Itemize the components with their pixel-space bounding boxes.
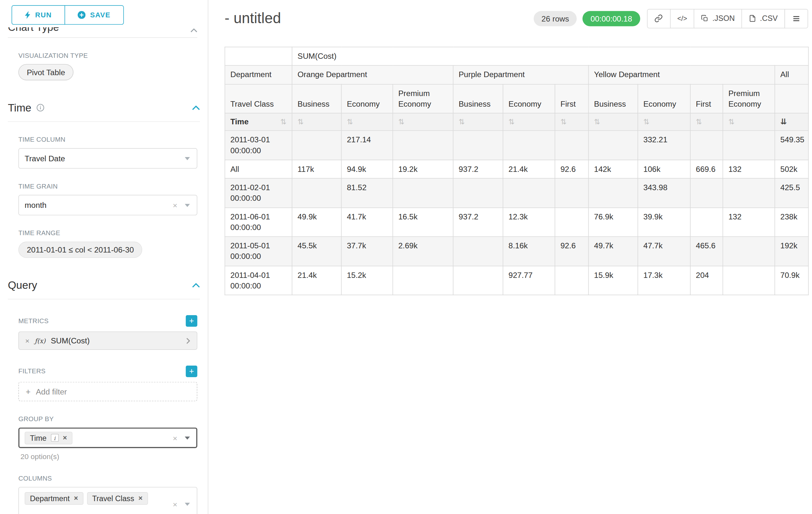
chevron-up-icon[interactable] xyxy=(192,283,200,288)
travel-class-header: Economy xyxy=(342,84,393,113)
export-json-label: .JSON xyxy=(712,14,735,23)
sort-toggle-icon[interactable]: ⇅ xyxy=(281,117,287,127)
tag-label: Department xyxy=(30,494,70,503)
pivot-cell: 81.52 xyxy=(342,178,393,208)
pivot-cell xyxy=(723,237,775,266)
clear-icon[interactable]: × xyxy=(173,433,177,442)
bolt-icon xyxy=(25,11,30,19)
travel-class-header: Business xyxy=(453,84,503,113)
share-link-button[interactable] xyxy=(647,9,670,28)
pivot-cell: 937.2 xyxy=(453,160,503,178)
time-grain-select[interactable]: month × xyxy=(18,195,197,216)
pivot-cell xyxy=(555,178,589,208)
time-column-label: TIME COLUMN xyxy=(18,136,197,143)
add-filter-button[interactable]: + Add filter xyxy=(18,382,197,401)
columns-select[interactable]: Department × Travel Class × × xyxy=(18,487,197,514)
metric-item[interactable]: × ƒ(x) SUM(Cost) xyxy=(18,331,197,350)
travel-class-header: First xyxy=(555,84,589,113)
pivot-cell: 15.2k xyxy=(342,266,393,295)
sort-toggle-icon[interactable]: ⇅ xyxy=(509,117,515,126)
chart-title[interactable]: - untitled xyxy=(225,10,281,27)
metric-name: SUM(Cost) xyxy=(51,336,90,345)
caret-down-icon[interactable] xyxy=(185,503,190,506)
pivot-cell: 16.5k xyxy=(393,208,453,237)
pivot-cell xyxy=(393,131,453,160)
export-csv-label: .CSV xyxy=(760,14,778,23)
chevron-right-icon[interactable] xyxy=(186,337,190,344)
pivot-cell xyxy=(503,178,555,208)
pivot-cell: 92.6 xyxy=(555,237,589,266)
sort-toggle-icon[interactable]: ⇅ xyxy=(560,117,567,126)
sort-toggle-icon[interactable]: ⇅ xyxy=(347,117,353,126)
run-button[interactable]: RUN xyxy=(11,5,65,24)
time-section-header[interactable]: Time xyxy=(8,102,200,122)
metrics-label: METRICS xyxy=(18,317,49,325)
info-icon[interactable] xyxy=(36,104,44,112)
caret-down-icon[interactable] xyxy=(185,157,190,160)
visualization-type-label: VISUALIZATION TYPE xyxy=(18,52,197,59)
pivot-cell: 39.9k xyxy=(638,208,690,237)
export-csv-button[interactable]: .CSV xyxy=(742,9,785,28)
sort-toggle-icon[interactable]: ⇅ xyxy=(696,117,702,126)
remove-tag-icon[interactable]: × xyxy=(138,495,143,502)
travel-class-header: Premium Economy xyxy=(723,84,775,113)
query-section-header[interactable]: Query xyxy=(8,279,200,299)
query-timer-badge: 00:00:00.18 xyxy=(583,11,640,26)
sort-descending-icon[interactable]: ⇊ xyxy=(780,117,787,127)
chevron-up-icon[interactable] xyxy=(192,105,200,110)
caret-down-icon[interactable] xyxy=(185,436,190,439)
pivot-cell xyxy=(589,178,638,208)
sort-toggle-icon[interactable]: ⇅ xyxy=(459,117,465,126)
time-column-select[interactable]: Travel Date xyxy=(18,148,197,169)
time-axis-label: Time xyxy=(230,117,249,127)
sort-toggle-icon[interactable]: ⇅ xyxy=(728,117,734,126)
pivot-cell: 49.7k xyxy=(589,237,638,266)
view-query-button[interactable]: </> xyxy=(670,9,695,28)
visualization-type-value[interactable]: Pivot Table xyxy=(18,64,74,80)
group-by-select[interactable]: Time i × × xyxy=(18,428,197,448)
add-filter-plus-button[interactable]: + xyxy=(186,366,197,377)
remove-tag-icon[interactable]: × xyxy=(74,495,78,502)
time-axis-cell: Time ⇅ xyxy=(225,113,292,130)
clear-icon[interactable]: × xyxy=(173,201,177,210)
pivot-cell: 17.3k xyxy=(638,266,690,295)
chevron-up-icon xyxy=(191,27,197,33)
time-range-value[interactable]: 2011-01-01 ≤ col < 2011-06-30 xyxy=(18,242,142,258)
metric-header: SUM(Cost) xyxy=(292,47,809,65)
column-group-header: Purple Department xyxy=(453,65,589,84)
table-row: 2011-03-01 00:00:00217.14332.21549.35 xyxy=(225,131,809,160)
remove-tag-icon[interactable]: × xyxy=(63,434,67,441)
info-icon[interactable]: i xyxy=(51,434,59,442)
remove-metric-icon[interactable]: × xyxy=(25,336,29,345)
pivot-cell xyxy=(555,131,589,160)
clear-icon[interactable]: × xyxy=(173,499,177,509)
export-json-button[interactable]: .JSON xyxy=(694,9,742,28)
time-section-title: Time xyxy=(8,102,31,114)
more-options-button[interactable] xyxy=(784,9,808,28)
table-row: 2011-02-01 00:00:0081.52343.98425.5 xyxy=(225,178,809,208)
pivot-cell: 92.6 xyxy=(555,160,589,178)
pivot-cell xyxy=(555,208,589,237)
divider xyxy=(8,37,197,38)
table-row: All117k94.9k19.2k937.221.4k92.6142k106k6… xyxy=(225,160,809,178)
chart-type-section-header[interactable]: Chart Type xyxy=(8,27,197,35)
tag-label: Time xyxy=(30,434,47,442)
sort-toggle-icon[interactable]: ⇅ xyxy=(594,117,600,126)
explore-view: RUN SAVE Chart Type VISUALIZATION TYPE P… xyxy=(0,0,812,514)
sort-toggle-icon[interactable]: ⇅ xyxy=(398,117,404,126)
sort-header-cell: ⇅ xyxy=(503,113,555,130)
sort-toggle-icon[interactable]: ⇅ xyxy=(297,117,303,126)
travel-class-header xyxy=(775,84,809,113)
sort-toggle-icon[interactable]: ⇅ xyxy=(643,117,649,126)
row-header: 2011-03-01 00:00:00 xyxy=(225,131,292,160)
pivot-cell: 132 xyxy=(723,160,775,178)
pivot-cell: 2.69k xyxy=(393,237,453,266)
add-metric-button[interactable]: + xyxy=(186,315,197,327)
travel-class-header: Economy xyxy=(638,84,690,113)
caret-down-icon[interactable] xyxy=(185,204,190,207)
pivot-cell: 142k xyxy=(589,160,638,178)
row-header: 2011-06-01 00:00:00 xyxy=(225,208,292,237)
save-button[interactable]: SAVE xyxy=(64,5,124,24)
pivot-cell: 8.16k xyxy=(503,237,555,266)
group-by-options-hint: 20 option(s) xyxy=(21,452,187,461)
